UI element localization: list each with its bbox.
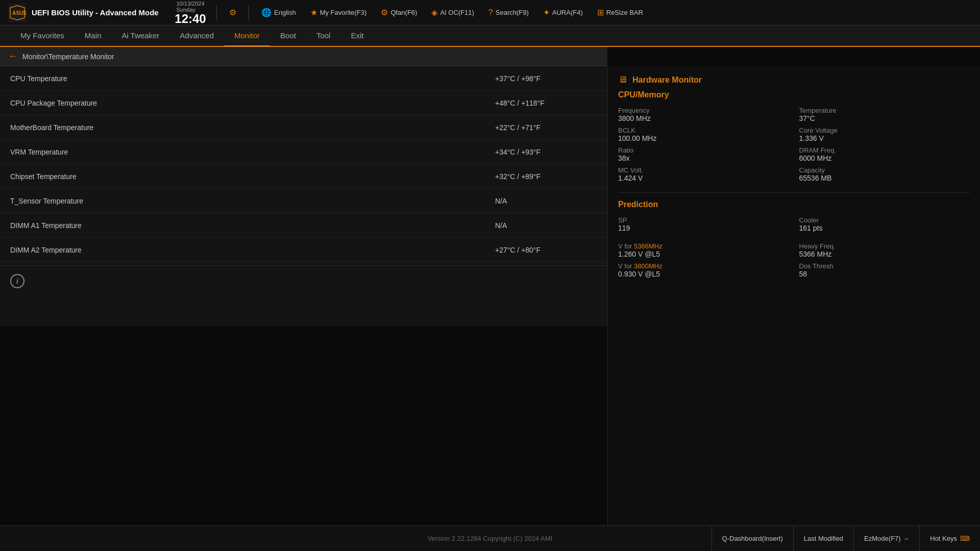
v3800-highlight: 3800MHz bbox=[634, 262, 663, 270]
aura-label: AURA(F4) bbox=[552, 9, 583, 16]
star-icon: ★ bbox=[310, 8, 317, 17]
svg-text:ASUS: ASUS bbox=[12, 10, 27, 16]
panel-divider bbox=[618, 192, 970, 193]
table-row[interactable]: DIMM A2 Temperature +27°C / +80°F bbox=[0, 238, 607, 262]
globe-icon: 🌐 bbox=[261, 8, 272, 17]
right-panel-title: Hardware Monitor bbox=[632, 76, 702, 85]
temp-row-label: CPU Package Temperature bbox=[10, 99, 495, 107]
v3800-item: V for 3800MHz 0.930 V @L5 bbox=[618, 262, 789, 278]
nav-monitor[interactable]: Monitor bbox=[224, 26, 270, 47]
cooler-label: Cooler 161 pts bbox=[799, 216, 970, 232]
temp-row-value: N/A bbox=[495, 221, 597, 230]
monitor-icon: 🖥 bbox=[618, 74, 627, 85]
temp-row-value: N/A bbox=[495, 197, 597, 205]
temp-row-value: +22°C / +71°F bbox=[495, 123, 597, 132]
temperature-table: CPU Temperature +37°C / +98°F CPU Packag… bbox=[0, 66, 607, 265]
breadcrumb: ← Monitor\Temperature Monitor bbox=[0, 47, 607, 66]
capacity-label: Capacity 65536 MB bbox=[799, 166, 970, 182]
v5366-item: V for 5366MHz 1.260 V @L5 bbox=[618, 242, 789, 258]
temp-row-value: +48°C / +118°F bbox=[495, 99, 597, 107]
hotkeys-button[interactable]: Hot Keys ⌨ bbox=[919, 526, 980, 551]
prediction-title: Prediction bbox=[618, 200, 970, 209]
nav-advanced[interactable]: Advanced bbox=[169, 26, 224, 47]
temp-row-label: DIMM A2 Temperature bbox=[10, 246, 495, 254]
divider bbox=[216, 5, 217, 20]
breadcrumb-path: Monitor\Temperature Monitor bbox=[22, 53, 114, 61]
main-layout: CPU Temperature +37°C / +98°F CPU Packag… bbox=[0, 66, 980, 525]
dram-freq-label: DRAM Freq. 6000 MHz bbox=[799, 146, 970, 162]
right-panel: 🖥 Hardware Monitor CPU/Memory Frequency … bbox=[607, 66, 980, 525]
aioc-button[interactable]: ◈ AI OC(F11) bbox=[427, 6, 478, 19]
divider bbox=[249, 5, 249, 20]
search-button[interactable]: ? Search(F9) bbox=[484, 6, 533, 19]
english-button[interactable]: 🌐 English bbox=[257, 6, 300, 19]
table-row[interactable]: DIMM A1 Temperature N/A bbox=[0, 213, 607, 238]
aura-icon: ✦ bbox=[543, 8, 550, 17]
nav-aitweaker[interactable]: Ai Tweaker bbox=[111, 26, 169, 47]
app-title: UEFI BIOS Utility - Advanced Mode bbox=[32, 8, 159, 17]
aioc-icon: ◈ bbox=[431, 8, 437, 17]
temp-row-label: DIMM A1 Temperature bbox=[10, 221, 495, 230]
table-row[interactable]: MotherBoard Temperature +22°C / +71°F bbox=[0, 115, 607, 140]
sp-label: SP 119 bbox=[618, 216, 789, 232]
v5366-highlight: 5366MHz bbox=[634, 242, 663, 250]
prediction-grid: SP 119 Cooler 161 pts bbox=[618, 216, 970, 232]
resizebar-button[interactable]: ⊞ ReSize BAR bbox=[593, 6, 647, 19]
asus-logo-icon: ASUS bbox=[8, 4, 27, 22]
ratio-value: 38x bbox=[618, 154, 789, 162]
myfav-button[interactable]: ★ My Favorite(F3) bbox=[306, 6, 371, 19]
bclk-value: 100.00 MHz bbox=[618, 134, 789, 142]
nav-main[interactable]: Main bbox=[75, 26, 112, 47]
search-icon: ? bbox=[488, 8, 493, 17]
ratio-label: Ratio 38x bbox=[618, 146, 789, 162]
cpu-memory-grid: Frequency 3800 MHz Temperature 37°C BCLK… bbox=[618, 107, 970, 182]
temp-value-panel: 37°C bbox=[799, 114, 970, 122]
content-filler bbox=[0, 327, 607, 525]
qdashboard-button[interactable]: Q-Dashboard(Insert) bbox=[712, 526, 793, 551]
table-row[interactable]: CPU Package Temperature +48°C / +118°F bbox=[0, 91, 607, 115]
temp-label-panel: Temperature 37°C bbox=[799, 107, 970, 122]
aioc-label: AI OC(F11) bbox=[440, 9, 474, 16]
freq-value: 3800 MHz bbox=[618, 114, 789, 122]
nav-tool[interactable]: Tool bbox=[306, 26, 341, 47]
hotkeys-icon: ⌨ bbox=[960, 535, 970, 542]
myfav-label: My Favorite(F3) bbox=[320, 9, 367, 16]
lastmodified-button[interactable]: Last Modified bbox=[793, 526, 853, 551]
qfan-icon: ⚙ bbox=[381, 8, 388, 17]
qfan-button[interactable]: ⚙ Qfan(F6) bbox=[377, 6, 421, 19]
qfan-label: Qfan(F6) bbox=[390, 9, 417, 16]
info-area: i bbox=[0, 265, 607, 327]
nav-exit[interactable]: Exit bbox=[340, 26, 374, 47]
datetime: 10/13/2024Sunday 12:40 bbox=[173, 1, 208, 25]
table-row[interactable]: T_Sensor Temperature N/A bbox=[0, 189, 607, 213]
table-row[interactable]: Chipset Temperature +32°C / +89°F bbox=[0, 164, 607, 189]
temp-row-label: T_Sensor Temperature bbox=[10, 197, 495, 205]
search-label: Search(F9) bbox=[496, 9, 529, 16]
ezmode-button[interactable]: EzMode(F7) → bbox=[853, 526, 919, 551]
heavyfreq-item: Heavy Freq. 5366 MHz bbox=[799, 242, 970, 258]
aura-button[interactable]: ✦ AURA(F4) bbox=[539, 6, 587, 19]
temp-row-value: +37°C / +98°F bbox=[495, 74, 597, 83]
table-row[interactable]: VRM Temperature +34°C / +93°F bbox=[0, 140, 607, 164]
temp-row-value: +34°C / +93°F bbox=[495, 148, 597, 156]
back-button[interactable]: ← bbox=[8, 51, 17, 62]
nav-myfavorites[interactable]: My Favorites bbox=[10, 26, 75, 47]
content-column: CPU Temperature +37°C / +98°F CPU Packag… bbox=[0, 66, 607, 525]
prediction-v-grid: V for 5366MHz 1.260 V @L5 Heavy Freq. 53… bbox=[618, 242, 970, 278]
temp-row-label: VRM Temperature bbox=[10, 148, 495, 156]
mc-volt-label: MC Volt. 1.424 V bbox=[618, 166, 789, 182]
panel-header: 🖥 Hardware Monitor bbox=[618, 74, 970, 85]
english-label: English bbox=[274, 9, 296, 16]
resizebar-label: ReSize BAR bbox=[606, 9, 643, 16]
table-row[interactable]: CPU Temperature +37°C / +98°F bbox=[0, 66, 607, 91]
core-volt-label: Core Voltage 1.336 V bbox=[799, 127, 970, 142]
nav-boot[interactable]: Boot bbox=[270, 26, 306, 47]
cpu-memory-title: CPU/Memory bbox=[618, 90, 970, 99]
bclk-label: BCLK 100.00 MHz bbox=[618, 127, 789, 142]
settings-button[interactable]: ⚙ bbox=[225, 6, 240, 19]
temp-row-value: +27°C / +80°F bbox=[495, 246, 597, 254]
copyright: Version 2.22.1284 Copyright (C) 2024 AMI bbox=[428, 535, 552, 542]
cooler-value: 161 pts bbox=[799, 224, 970, 232]
clock-display: 12:40 bbox=[175, 13, 206, 25]
footer: Version 2.22.1284 Copyright (C) 2024 AMI… bbox=[0, 525, 980, 551]
